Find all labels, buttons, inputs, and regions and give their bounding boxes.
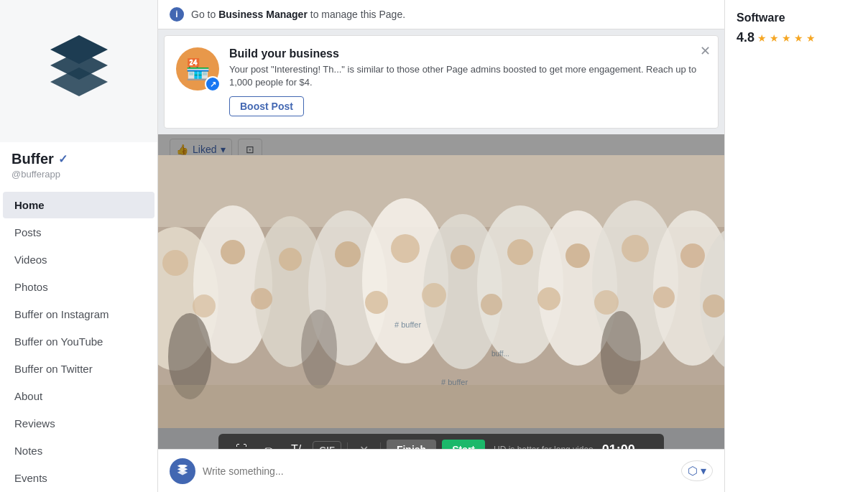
- svg-text:# buffer: # buffer: [394, 320, 421, 329]
- edit-button[interactable]: ✏: [259, 440, 280, 449]
- dropdown-arrow: ▾: [701, 464, 706, 478]
- sidebar-item-photos[interactable]: Photos: [3, 274, 154, 300]
- sidebar-item-reviews[interactable]: Reviews: [3, 410, 154, 437]
- video-overlay: 🎥: [158, 134, 724, 449]
- svg-text:buff...: buff...: [491, 350, 509, 358]
- verified-icon: ✓: [58, 152, 68, 166]
- share-options-button[interactable]: ⬡ ▾: [681, 460, 713, 481]
- sidebar-navigation: Home Posts Videos Photos Buffer on Insta…: [0, 191, 157, 492]
- content-area: 👍 Liked ▾ ⊡ 🎥: [158, 134, 724, 449]
- svg-point-17: [301, 310, 337, 389]
- svg-point-34: [481, 294, 502, 315]
- sidebar-logo-area: [0, 0, 157, 142]
- main-content: i Go to Business Manager to manage this …: [158, 0, 724, 492]
- business-card: 🏪 ↗ Build your business Your post "Inter…: [164, 35, 719, 129]
- svg-point-31: [251, 288, 272, 310]
- finish-button[interactable]: Finish: [387, 440, 436, 449]
- svg-point-18: [601, 311, 641, 394]
- buffer-small-icon: [176, 465, 189, 478]
- star-5: ★: [806, 32, 816, 44]
- info-icon: i: [170, 7, 184, 22]
- svg-point-19: [162, 250, 188, 276]
- sidebar-item-buffer-on-twitter[interactable]: Buffer on Twitter: [3, 356, 154, 382]
- crowd-svg: # buffer buff... # buffer: [158, 155, 724, 428]
- sidebar-item-videos[interactable]: Videos: [3, 246, 154, 273]
- svg-point-32: [365, 291, 388, 314]
- star-3: ★: [782, 32, 791, 44]
- svg-point-35: [537, 287, 560, 310]
- expand-button[interactable]: ⛶: [230, 440, 253, 449]
- right-panel: Software 4.8 ★ ★ ★ ★ ★: [724, 0, 868, 492]
- sidebar-item-about[interactable]: About: [3, 383, 154, 409]
- svg-rect-42: [158, 385, 724, 428]
- profile-name: Buffer ✓: [11, 151, 146, 167]
- close-business-card-button[interactable]: ✕: [700, 43, 711, 59]
- svg-point-27: [622, 235, 649, 262]
- video-toolbar: ⛶ ✏ T/ GIF ✕: [218, 434, 664, 449]
- business-card-image: 🏪 ↗: [176, 47, 219, 90]
- svg-point-26: [565, 243, 590, 268]
- boost-badge-icon: ↗: [205, 76, 221, 92]
- share-icon: ⬡: [688, 464, 698, 478]
- sidebar-item-buffer-on-youtube[interactable]: Buffer on YouTube: [3, 328, 154, 355]
- buffer-logo-icon: [36, 28, 122, 114]
- sidebar-item-notes[interactable]: Notes: [3, 437, 154, 464]
- building-icon: 🏪: [185, 57, 211, 81]
- toolbar-divider: [347, 442, 348, 449]
- sidebar: Buffer ✓ @bufferapp Home Posts Videos Ph…: [0, 0, 158, 492]
- sidebar-item-posts[interactable]: Posts: [3, 219, 154, 246]
- boost-post-button[interactable]: Boost Post: [229, 96, 304, 116]
- svg-marker-2: [50, 35, 108, 64]
- start-button[interactable]: Start: [442, 440, 485, 449]
- sidebar-item-buffer-on-instagram[interactable]: Buffer on Instagram: [3, 301, 154, 328]
- svg-point-25: [507, 239, 533, 265]
- star-2: ★: [770, 32, 779, 44]
- group-photo: # buffer buff... # buffer: [158, 155, 724, 428]
- star-4: ★: [794, 32, 803, 44]
- compose-input[interactable]: [203, 465, 674, 477]
- category-label: Software: [737, 11, 857, 24]
- toolbar-divider-2: [380, 442, 381, 449]
- compose-avatar: [170, 458, 195, 484]
- svg-point-33: [422, 283, 446, 307]
- business-card-content: Build your business Your post "Interesti…: [229, 47, 706, 116]
- svg-point-24: [451, 245, 475, 269]
- rating-value: 4.8: [737, 30, 754, 45]
- info-banner: i Go to Business Manager to manage this …: [158, 0, 724, 29]
- close-icon: ✕: [359, 444, 369, 449]
- business-manager-link[interactable]: Business Manager: [218, 9, 308, 20]
- text-tool-button[interactable]: T/: [285, 440, 307, 449]
- hd-label: HD is better for long video: [494, 445, 594, 449]
- business-card-description: Your post "Interesting! Th..." is simila…: [229, 63, 706, 89]
- svg-point-28: [680, 243, 705, 268]
- text-icon: T/: [291, 443, 301, 449]
- gif-button[interactable]: GIF: [313, 441, 341, 449]
- timer-display: 01:00: [602, 442, 635, 449]
- info-text: Go to Business Manager to manage this Pa…: [191, 9, 405, 20]
- sidebar-profile: Buffer ✓ @bufferapp: [0, 142, 157, 185]
- expand-icon: ⛶: [236, 443, 247, 449]
- compose-bar: ⬡ ▾: [158, 449, 724, 492]
- business-card-title: Build your business: [229, 47, 706, 60]
- star-1: ★: [757, 32, 767, 44]
- rating-row: 4.8 ★ ★ ★ ★ ★: [737, 30, 857, 45]
- svg-point-30: [193, 294, 216, 317]
- svg-point-21: [279, 248, 302, 271]
- svg-point-37: [653, 287, 675, 308]
- svg-point-23: [391, 234, 420, 263]
- svg-point-22: [335, 241, 361, 267]
- profile-handle: @bufferapp: [11, 169, 146, 180]
- svg-point-20: [221, 240, 245, 264]
- video-wrapper: 🎥: [158, 155, 724, 428]
- close-toolbar-button[interactable]: ✕: [354, 440, 374, 449]
- pencil-icon: ✏: [264, 443, 274, 449]
- svg-point-36: [594, 290, 619, 315]
- svg-marker-45: [177, 465, 188, 468]
- sidebar-item-events[interactable]: Events: [3, 465, 154, 491]
- sidebar-item-home[interactable]: Home: [3, 192, 154, 218]
- video-container: 🎥: [158, 155, 724, 428]
